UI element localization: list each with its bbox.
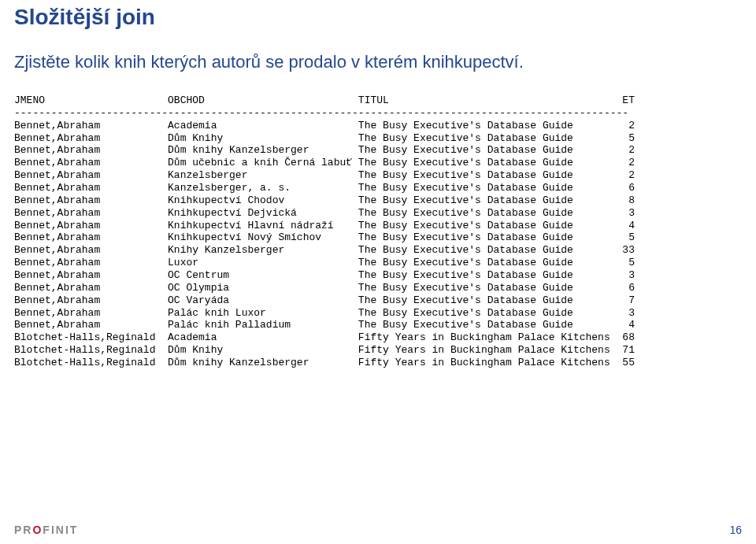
brand-accent: O — [32, 524, 43, 536]
brand-post: FINIT — [43, 524, 78, 536]
brand-logo: PROFINIT — [14, 524, 78, 536]
page-number: 16 — [729, 524, 742, 536]
brand-pre: PR — [14, 524, 32, 536]
slide-title: Složitější join — [14, 5, 742, 30]
query-output-block: JMENO OBCHOD TITUL ET ------------------… — [14, 94, 742, 369]
slide-subtitle: Zjistěte kolik knih kterých autorů se pr… — [14, 52, 742, 72]
